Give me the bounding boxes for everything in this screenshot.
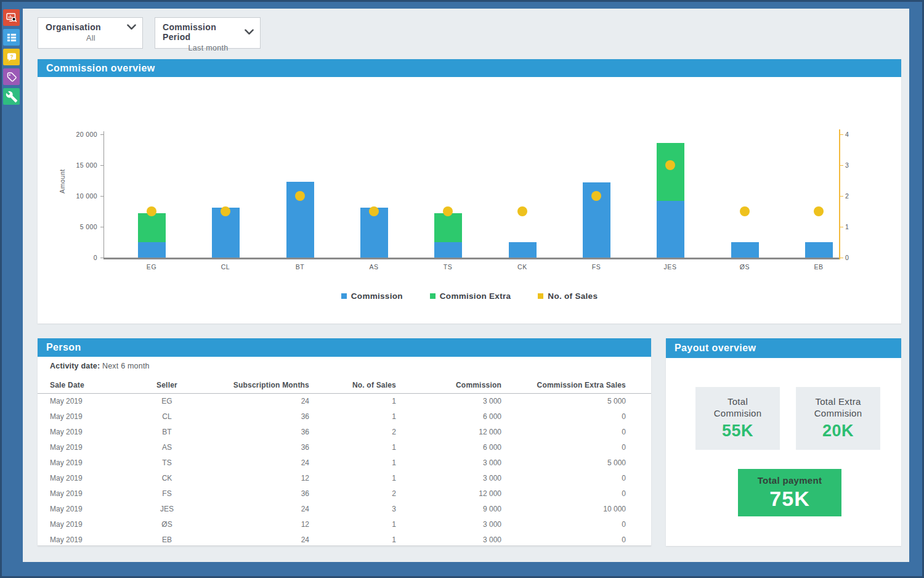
table-cell: 0 <box>501 439 626 455</box>
table-cell: 12 <box>210 516 309 532</box>
commission-chart: 05 00010 00015 00020 000Amount01234EGCLB… <box>38 77 901 324</box>
payout-card-total-commision: Total Commision55K <box>695 387 780 450</box>
table-row[interactable]: May 2019JES2439 00010 000 <box>50 501 626 516</box>
table-cell: 36 <box>210 486 309 501</box>
table-cell: 12 000 <box>396 486 501 501</box>
chart-legend: CommissionCommision ExtraNo. of Sales <box>38 291 901 301</box>
legend-swatch-icon <box>538 293 543 299</box>
payout-card-label: Total Extra Commision <box>804 396 872 420</box>
commission-period-dropdown[interactable]: Commission Period Last month <box>155 17 261 49</box>
legend-label: No. of Sales <box>548 291 598 301</box>
legend-label: Commision Extra <box>440 291 511 301</box>
table-row[interactable]: May 2019CL3616 0000 <box>50 409 626 424</box>
table-cell: 3 000 <box>396 470 501 486</box>
table-cell: 5 000 <box>501 393 626 409</box>
sales-dot-ØS <box>740 206 750 216</box>
table-cell: 1 <box>309 393 396 409</box>
total-payment-label: Total payment <box>758 475 822 486</box>
table-cell: 6 000 <box>396 439 501 455</box>
table-row[interactable]: May 2019AS3616 0000 <box>50 439 626 455</box>
table-cell: 9 000 <box>396 501 501 516</box>
table-row[interactable]: May 2019FS36212 0000 <box>50 486 626 501</box>
sales-dot-FS <box>591 191 601 201</box>
payout-card-value: 55K <box>722 421 753 441</box>
x-axis-label-BT: BT <box>282 263 318 271</box>
commission-overview-panel: Commission overview 05 00010 00015 00020… <box>38 59 901 324</box>
table-header-row: Sale DateSellerSubscription MonthsNo. of… <box>50 380 626 393</box>
table-cell: 36 <box>210 439 309 455</box>
secondary-axis-tick-label: 0 <box>845 254 849 261</box>
sales-dot-TS <box>443 206 453 216</box>
column-header-commission: Commission <box>396 380 501 393</box>
legend-item-commision-extra[interactable]: Commision Extra <box>430 291 511 301</box>
table-cell: 1 <box>309 455 396 470</box>
total-payment-card: Total payment 75K <box>738 469 841 516</box>
y-axis-tick-label: 20 000 <box>60 131 97 138</box>
payout-overview-title: Payout overview <box>666 338 901 358</box>
secondary-axis-tick <box>840 227 843 227</box>
secondary-axis-tick-label: 3 <box>845 161 849 169</box>
sales-dot-CL <box>221 206 230 216</box>
legend-item-no-of-sales[interactable]: No. of Sales <box>538 291 598 301</box>
organisation-dropdown[interactable]: Organisation All <box>38 17 143 49</box>
table-cell: 0 <box>501 424 626 439</box>
table-row[interactable]: May 2019TS2413 0005 000 <box>50 455 626 470</box>
legend-swatch-icon <box>430 293 436 299</box>
table-cell: 12 000 <box>396 424 501 439</box>
y-axis-tick-label: 5 000 <box>60 223 97 230</box>
sidebar-item-reports[interactable] <box>3 9 20 26</box>
table-cell: 0 <box>501 486 626 501</box>
commission-overview-title: Commission overview <box>38 59 901 77</box>
table-row[interactable]: May 2019CK1213 0000 <box>50 470 626 486</box>
secondary-axis-tick-label: 4 <box>845 131 849 138</box>
sales-dot-EG <box>147 206 156 216</box>
person-panel: Person Activity date: Next 6 month Sale … <box>38 338 651 546</box>
table-cell: May 2019 <box>50 455 124 470</box>
column-header-no-of-sales: No. of Sales <box>309 380 396 393</box>
sidebar-item-help[interactable]: ? <box>3 49 20 65</box>
table-cell: TS <box>124 455 210 470</box>
wrench-icon <box>6 91 18 103</box>
x-axis-label-CK: CK <box>504 263 541 271</box>
table-cell: 10 000 <box>501 501 626 516</box>
y-axis-tick <box>100 196 103 197</box>
bar-commission-ØS <box>731 242 759 258</box>
secondary-axis-line <box>839 129 840 259</box>
table-cell: 3 000 <box>396 393 501 409</box>
person-panel-title: Person <box>38 338 651 357</box>
table-row[interactable]: May 2019ØS1213 0000 <box>50 516 626 532</box>
bar-commission-EG <box>138 242 166 258</box>
sidebar-item-list[interactable] <box>3 29 20 46</box>
table-cell: 1 <box>309 470 396 486</box>
table-row[interactable]: May 2019EG2413 0005 000 <box>50 393 626 409</box>
table-cell: BT <box>124 424 210 439</box>
table-cell: FS <box>124 486 210 501</box>
table-cell: 24 <box>210 501 309 516</box>
table-cell: 6 000 <box>396 409 501 424</box>
y-axis-title: Amount <box>59 163 66 200</box>
activity-date: Activity date: Next 6 month <box>50 362 150 370</box>
y-axis-tick-label: 10 000 <box>60 192 97 200</box>
table-cell: 36 <box>210 424 309 439</box>
bar-commission-CK <box>509 242 537 258</box>
bar-commission-EB <box>805 242 833 258</box>
y-axis-tick <box>100 134 103 135</box>
table-cell: May 2019 <box>50 393 124 409</box>
secondary-axis-tick <box>840 165 843 166</box>
legend-item-commission[interactable]: Commission <box>341 291 403 301</box>
sidebar-item-settings[interactable] <box>3 88 20 105</box>
bar-commission-extra-EG <box>138 213 166 242</box>
x-axis-label-EB: EB <box>800 263 837 271</box>
column-header-sale-date: Sale Date <box>50 380 124 393</box>
table-cell: 1 <box>309 409 396 424</box>
table-cell: 24 <box>210 455 309 470</box>
activity-date-value: Next 6 month <box>102 362 150 370</box>
organisation-dropdown-value: All <box>46 34 136 43</box>
sidebar-item-tags[interactable] <box>3 68 20 85</box>
table-cell: 0 <box>501 516 626 532</box>
report-search-icon <box>6 12 18 24</box>
table-cell: May 2019 <box>50 516 124 532</box>
table-cell: May 2019 <box>50 501 124 516</box>
table-row[interactable]: May 2019BT36212 0000 <box>50 424 626 439</box>
x-axis-label-ØS: ØS <box>726 263 763 271</box>
